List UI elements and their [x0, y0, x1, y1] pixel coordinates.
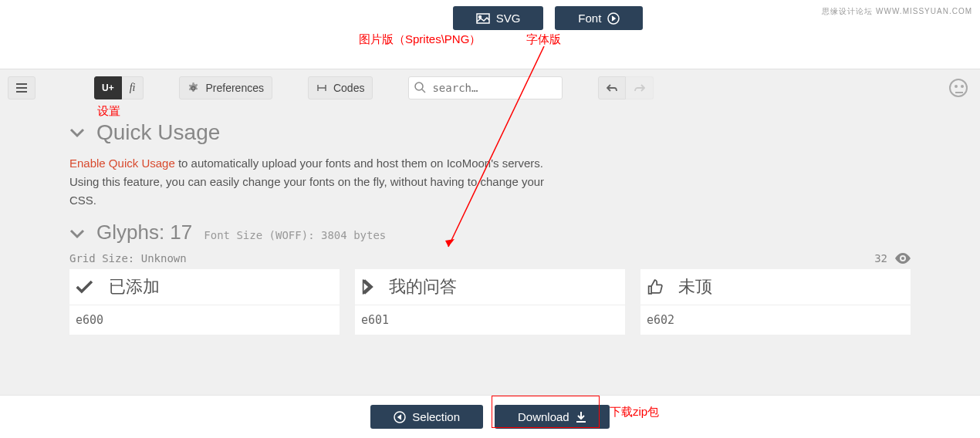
svg-rect-3: [16, 83, 27, 85]
glyphs-title: Glyphs: 17: [96, 221, 192, 244]
font-button[interactable]: Font: [555, 6, 643, 30]
svg-point-1: [478, 15, 481, 18]
annotation-settings: 设置: [97, 104, 120, 119]
preferences-button[interactable]: Preferences: [179, 76, 272, 99]
annotation-svg: 图片版（Sprites\PNG）: [359, 32, 481, 47]
glyph-card[interactable]: [640, 269, 911, 335]
svg-button[interactable]: SVG: [453, 6, 544, 30]
undo-icon: [607, 83, 617, 93]
grid-info-row: Grid Size: Unknown 32: [0, 244, 980, 269]
history-group: [598, 76, 654, 99]
download-label: Download: [518, 410, 569, 423]
glyph-card[interactable]: [69, 269, 340, 335]
top-header: 思缘设计论坛 WWW.MISSYUAN.COM SVG Font 图片版（Spr…: [0, 0, 980, 69]
grid-count: 32: [874, 252, 887, 264]
thumbs-up-icon: [647, 278, 663, 296]
font-button-label: Font: [578, 12, 601, 25]
enable-quick-usage-link[interactable]: Enable Quick Usage: [69, 157, 175, 170]
toolbar: U+ fi Preferences Codes: [0, 69, 980, 106]
download-icon: [576, 412, 586, 423]
search-wrap: [408, 76, 563, 99]
download-button[interactable]: Download: [495, 405, 610, 429]
search-input[interactable]: [408, 76, 563, 99]
grid-size-label: Grid Size: Unknown: [69, 252, 187, 264]
watermark-text: 思缘设计论坛 WWW.MISSYUAN.COM: [822, 6, 972, 17]
feedback-icon[interactable]: [949, 79, 968, 97]
glyph-name-input[interactable]: [678, 277, 904, 297]
glyphs-subtitle: Font Size (WOFF): 3804 bytes: [204, 229, 386, 241]
chevron-right-icon: [361, 278, 373, 296]
content-area: Quick Usage Enable Quick Usage to automa…: [0, 106, 980, 244]
annotation-download: 下载zip包: [610, 405, 659, 419]
undo-button[interactable]: [598, 76, 626, 99]
quick-usage-title: Quick Usage: [96, 120, 220, 145]
codes-button[interactable]: Codes: [308, 76, 373, 99]
glyph-code-input[interactable]: [640, 305, 911, 335]
codes-icon: [316, 83, 327, 93]
svg-point-6: [415, 83, 423, 90]
annotation-font: 字体版: [526, 32, 561, 47]
redo-icon: [634, 83, 645, 93]
glyph-name-input[interactable]: [109, 277, 333, 297]
codes-label: Codes: [333, 82, 364, 94]
quick-usage-desc: Enable Quick Usage to automatically uplo…: [69, 154, 548, 210]
footer-bar: Selection Download: [0, 395, 980, 438]
svg-rect-5: [16, 91, 27, 93]
glyph-grid: [0, 269, 980, 335]
chevron-down-icon: [69, 127, 85, 138]
chevron-down-icon: [69, 228, 85, 239]
svg-button-label: SVG: [496, 12, 521, 25]
gear-icon: [188, 83, 199, 94]
eye-icon[interactable]: [895, 253, 911, 264]
image-icon: [476, 13, 490, 24]
redo-button[interactable]: [626, 76, 654, 99]
svg-rect-4: [16, 87, 27, 89]
glyph-card[interactable]: [355, 269, 625, 335]
glyphs-header[interactable]: Glyphs: 17 Font Size (WOFF): 3804 bytes: [69, 210, 911, 244]
svg-point-7: [901, 257, 904, 260]
search-icon: [414, 82, 426, 93]
glyph-code-input[interactable]: [69, 305, 340, 335]
check-icon: [76, 278, 93, 295]
ligature-toggle[interactable]: fi: [122, 76, 144, 99]
glyph-name-input[interactable]: [389, 277, 619, 297]
unicode-toggle[interactable]: U+: [94, 76, 122, 99]
quick-usage-header[interactable]: Quick Usage: [69, 106, 911, 154]
preferences-label: Preferences: [205, 82, 263, 94]
menu-button[interactable]: [8, 76, 35, 99]
selection-button[interactable]: Selection: [370, 405, 483, 429]
selection-label: Selection: [412, 410, 460, 423]
glyph-code-input[interactable]: [355, 305, 625, 335]
menu-icon: [16, 83, 27, 93]
arrow-circle-left-icon: [394, 411, 406, 423]
code-toggle-group: U+ fi: [94, 76, 144, 99]
arrow-circle-right-icon: [607, 12, 620, 25]
